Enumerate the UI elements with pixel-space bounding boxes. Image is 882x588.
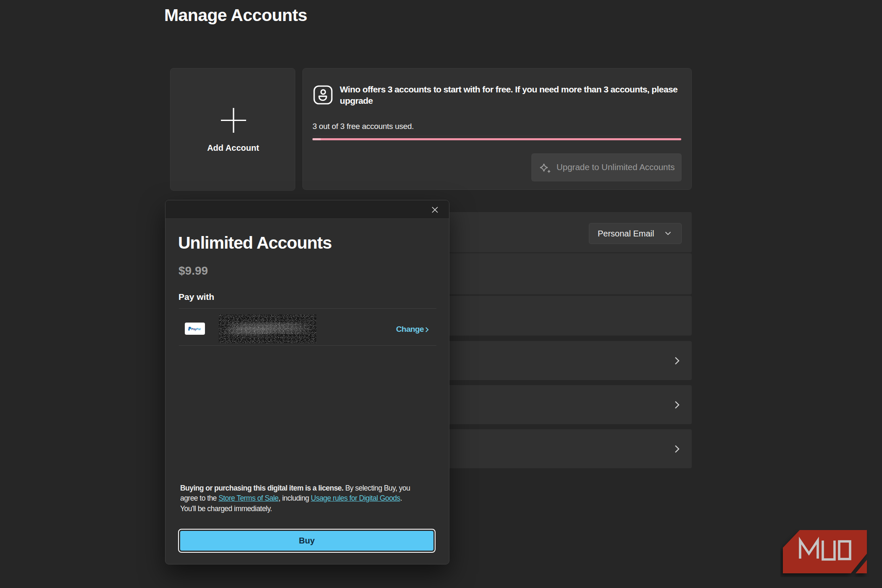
svg-text:Pal: Pal — [196, 328, 200, 331]
